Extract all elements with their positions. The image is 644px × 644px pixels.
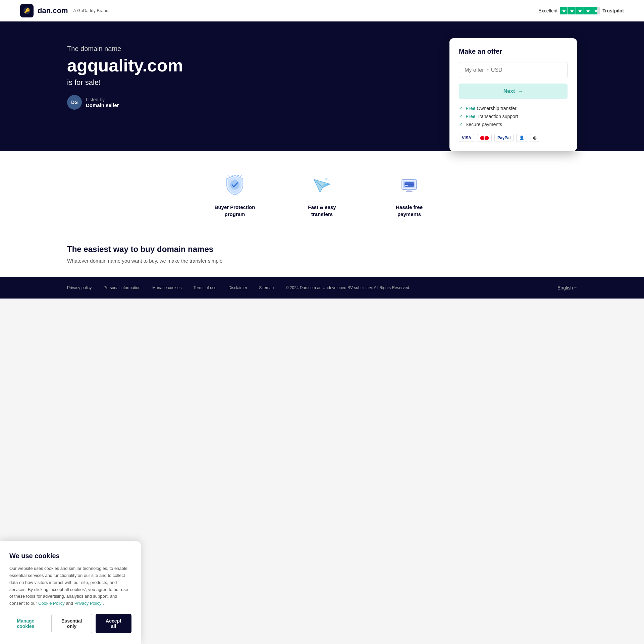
offer-features: ✓ Free Ownership transfer ✓ Free Transac… [459,106,568,127]
check-icon-1: ✓ [459,106,463,111]
hassle-free-icon [396,171,423,198]
hero-section: The domain name agquality.com is for sal… [0,21,644,151]
buy-section: The easiest way to buy domain names What… [0,238,644,277]
star-4: ★ [584,7,592,14]
check-icon-3: ✓ [459,122,463,127]
feature-label-3: Secure payments [466,122,502,127]
svg-text:🔑: 🔑 [24,8,30,14]
cookie-banner: We use cookies Our website uses cookies … [0,541,141,644]
svg-rect-10 [407,190,411,191]
feature-ownership: ✓ Free Ownership transfer [459,106,568,111]
header-left: 🔑 dan.com A GoDaddy Brand [20,4,108,17]
footer: Privacy policy · Personal information · … [0,277,644,299]
offer-card: Make an offer Next → ✓ Free Ownership tr… [449,38,577,151]
language-selector[interactable]: English ~ [557,285,577,290]
buyer-protection-label: Buyer Protectionprogram [215,204,255,218]
star-rating: ★ ★ ★ ★ ★ [560,7,600,14]
feature-transaction: ✓ Free Transaction support [459,114,568,119]
next-label: Next [503,88,515,94]
offer-input[interactable] [459,62,568,78]
ideal-icon: 👤 [516,134,527,142]
free-label-2: Free [466,114,476,119]
cookie-buttons: Manage cookies Essential only Accept all [9,614,131,633]
features-section: Buyer Protectionprogram Fast & easytrans… [0,151,644,238]
crypto-icon: ◎ [530,134,539,142]
svg-point-12 [416,181,417,182]
star-3: ★ [576,7,584,14]
visa-icon: VISA [459,134,474,142]
svg-point-4 [237,175,239,176]
feature-fast-transfers: Fast & easytransfers [292,171,352,218]
feature-label-2: Transaction support [477,114,518,119]
next-button[interactable]: Next → [459,84,568,99]
star-5: ★ [592,7,600,14]
seller-name: Domain seller [86,102,119,108]
svg-rect-11 [406,191,413,192]
godaddy-brand: A GoDaddy Brand [73,8,108,13]
fast-transfers-label: Fast & easytransfers [308,204,336,218]
trustpilot-logo: Trustpilot [602,8,624,13]
accept-all-button[interactable]: Accept all [96,614,131,633]
footer-personal-info[interactable]: Personal information [104,285,141,290]
hassle-free-label: Hassle freepayments [396,204,423,218]
trustpilot-area: Excellent ★ ★ ★ ★ ★ Trustpilot [538,7,624,14]
fast-transfers-icon [309,171,335,198]
buy-desc: Whatever domain name you want to buy, we… [67,258,577,264]
privacy-policy-link[interactable]: Privacy Policy [74,601,102,606]
domain-intro: The domain name [67,45,436,53]
seller-avatar: DS [67,95,82,110]
cookie-policy-link[interactable]: Cookie Policy [38,601,65,606]
footer-privacy[interactable]: Privacy policy [67,285,92,290]
offer-title: Make an offer [459,48,568,55]
svg-point-3 [231,175,233,177]
footer-sitemap[interactable]: Sitemap [259,285,274,290]
free-label-1: Free [466,106,476,111]
feature-hassle-free: Hassle freepayments [379,171,439,218]
offer-card-wrap: Make an offer Next → ✓ Free Ownership tr… [449,38,577,151]
cookie-title: We use cookies [9,552,131,560]
footer-disclaimer[interactable]: Disclaimer [228,285,247,290]
paypal-icon: PayPal [494,134,514,142]
svg-point-2 [230,180,239,190]
for-sale-text: is for sale! [67,78,436,87]
mastercard-icon: ⬤⬤ [477,134,492,142]
cookie-description: Our website uses cookies and similar tec… [9,565,131,607]
footer-manage-cookies[interactable]: Manage cookies [152,285,181,290]
seller-info: DS Listed by Domain seller [67,95,436,110]
feature-buyer-protection: Buyer Protectionprogram [205,171,265,218]
footer-links: Privacy policy · Personal information · … [67,285,410,290]
header: 🔑 dan.com A GoDaddy Brand Excellent ★ ★ … [0,0,644,21]
buyer-protection-icon [221,171,248,198]
buy-title: The easiest way to buy domain names [67,245,577,254]
star-1: ★ [560,7,568,14]
dark-content: The domain name agquality.com is for sal… [67,42,577,151]
essential-only-button[interactable]: Essential only [51,614,92,633]
check-icon-2: ✓ [459,114,463,119]
feature-label-1: Ownership transfer [477,106,516,111]
footer-copyright: © 2024 Dan.com an Undeveloped BV subsidi… [286,285,410,290]
dan-logo-icon[interactable]: 🔑 [20,4,34,17]
domain-name: agquality.com [67,55,436,75]
listed-by-label: Listed by [86,97,119,102]
star-2: ★ [568,7,576,14]
svg-rect-9 [405,185,408,186]
footer-terms[interactable]: Terms of use [194,285,217,290]
logo-text: dan.com [38,6,68,15]
manage-cookies-button[interactable]: Manage cookies [9,614,48,633]
hero-left: The domain name agquality.com is for sal… [67,42,436,110]
excellent-label: Excellent [538,8,557,13]
next-arrow: → [518,88,523,94]
payment-icons: VISA ⬤⬤ PayPal 👤 ◎ [459,134,568,142]
feature-secure: ✓ Secure payments [459,122,568,127]
